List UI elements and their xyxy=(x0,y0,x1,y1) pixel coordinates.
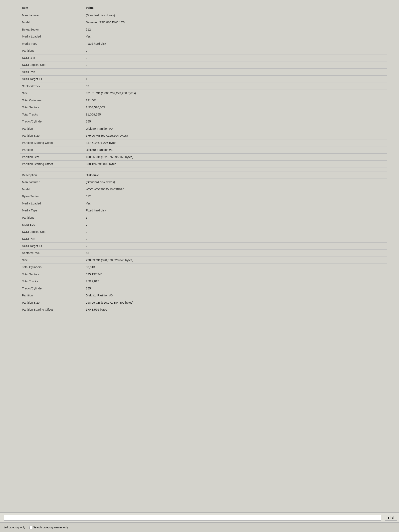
col1-header: Item xyxy=(20,4,84,12)
item-label: Model xyxy=(20,186,84,193)
item-label: Total Tracks xyxy=(20,111,84,118)
table-row: Partitions 2 xyxy=(20,47,387,54)
table-row: SCSI Bus 0 xyxy=(20,221,387,228)
bottom-bar: Find xyxy=(0,513,399,522)
item-value: (Standard disk drives) xyxy=(84,179,387,186)
item-value: 63 xyxy=(84,82,387,90)
table-row: SCSI Port 0 xyxy=(20,68,387,76)
item-value: 0 xyxy=(84,54,387,61)
table-row: SCSI Port 0 xyxy=(20,235,387,243)
item-label: Model xyxy=(20,19,84,26)
item-label: Media Type xyxy=(20,207,84,214)
item-value: 255 xyxy=(84,285,387,292)
item-value: 0 xyxy=(84,68,387,76)
table-row: Media Loaded Yes xyxy=(20,33,387,40)
table-row: Sectors/Track 63 xyxy=(20,250,387,257)
item-value: 38,913 xyxy=(84,264,387,271)
item-value: Fixed hard disk xyxy=(84,40,387,47)
item-value: Disk #0, Partition #1 xyxy=(84,146,387,154)
table-row: Manufacturer (Standard disk drives) xyxy=(20,12,387,19)
table-row: Manufacturer (Standard disk drives) xyxy=(20,179,387,186)
category-text: ted category only xyxy=(4,526,25,529)
item-value: 298.09 GB (320,071,884,800 bytes) xyxy=(84,299,387,306)
item-value: 2 xyxy=(84,47,387,54)
item-value: 931.51 GB (1,000,202,273,280 bytes) xyxy=(84,90,387,97)
item-label: SCSI Logical Unit xyxy=(20,61,84,69)
item-label: Sectors/Track xyxy=(20,82,84,90)
table-row: Partition Disk #0, Partition #0 xyxy=(20,125,387,132)
item-label: Total Cylinders xyxy=(20,97,84,104)
table-row: Size 931.51 GB (1,000,202,273,280 bytes) xyxy=(20,90,387,97)
item-label: SCSI Target ID xyxy=(20,76,84,83)
table-row: Total Sectors 1,953,520,065 xyxy=(20,104,387,111)
item-value: 2 xyxy=(84,242,387,250)
item-value: 512 xyxy=(84,26,387,33)
search-input[interactable] xyxy=(4,515,381,521)
table-row: Bytes/Sector 512 xyxy=(20,26,387,33)
item-label: Partition xyxy=(20,292,84,299)
table-row: Total Tracks 9,922,815 xyxy=(20,278,387,285)
item-value: Disk drive xyxy=(84,171,387,179)
item-value: 255 xyxy=(84,118,387,125)
item-label: Partition Starting Offset xyxy=(20,306,84,313)
table-row: Partition Disk #0, Partition #1 xyxy=(20,146,387,154)
table-row: Partition Size 298.09 GB (320,071,884,80… xyxy=(20,299,387,306)
item-value: 63 xyxy=(84,250,387,257)
item-value: 9,922,815 xyxy=(84,278,387,285)
item-label: Bytes/Sector xyxy=(20,193,84,200)
item-label: Tracks/Cylinder xyxy=(20,285,84,292)
item-label: Partition xyxy=(20,146,84,154)
item-label: Manufacturer xyxy=(20,179,84,186)
footer-row: ted category only Search category names … xyxy=(0,522,399,532)
table-row: Partition Size 150.95 GB (162,076,295,16… xyxy=(20,153,387,161)
item-value: 121,601 xyxy=(84,97,387,104)
item-label: Partition Starting Offset xyxy=(20,161,84,168)
table-row: Sectors/Track 63 xyxy=(20,82,387,90)
item-value: 0 xyxy=(84,235,387,243)
item-label: Partition xyxy=(20,125,84,132)
item-label: Media Type xyxy=(20,40,84,47)
table-row: Description Disk drive xyxy=(20,171,387,179)
table-row: Partitions 1 xyxy=(20,214,387,221)
item-value: WDC WD3200AVJS-63B6A0 xyxy=(84,186,387,193)
item-label: Total Cylinders xyxy=(20,264,84,271)
table-row: Partition Starting Offset 837,519,671,29… xyxy=(20,139,387,146)
col2-header: Value xyxy=(84,4,387,12)
table-row: SCSI Logical Unit 0 xyxy=(20,61,387,69)
item-value: 1,953,520,065 xyxy=(84,104,387,111)
search-field-container xyxy=(4,515,381,521)
spacer xyxy=(20,168,387,171)
item-value: 579.00 MB (607,125,504 bytes) xyxy=(84,132,387,139)
table-row: Partition Starting Offset 1,048,576 byte… xyxy=(20,306,387,313)
item-value: Fixed hard disk xyxy=(84,207,387,214)
item-label: Partitions xyxy=(20,214,84,221)
item-value: Disk #0, Partition #0 xyxy=(84,125,387,132)
find-button[interactable]: Find xyxy=(385,515,397,521)
item-label: Media Loaded xyxy=(20,33,84,40)
table-row: Model Samsung SSD 860 EVO 1TB xyxy=(20,19,387,26)
item-value: 1,048,576 bytes xyxy=(84,306,387,313)
item-label: Media Loaded xyxy=(20,200,84,207)
item-label: Partition Size xyxy=(20,132,84,139)
table-row: Media Type Fixed hard disk xyxy=(20,40,387,47)
item-label: SCSI Port xyxy=(20,68,84,76)
item-label: Total Sectors xyxy=(20,271,84,278)
item-value: 1 xyxy=(84,76,387,83)
item-label: Tracks/Cylinder xyxy=(20,118,84,125)
item-label: Partition Size xyxy=(20,299,84,306)
search-names-checkbox[interactable] xyxy=(29,526,32,529)
item-value: 31,008,255 xyxy=(84,111,387,118)
table-row: Tracks/Cylinder 255 xyxy=(20,118,387,125)
table-row: SCSI Target ID 1 xyxy=(20,76,387,83)
item-value: 837,519,671,296 bytes xyxy=(84,139,387,146)
search-names-label[interactable]: Search category names only xyxy=(29,526,69,529)
item-value: 0 xyxy=(84,228,387,235)
item-value: 0 xyxy=(84,61,387,69)
table-header: Item Value xyxy=(20,4,387,12)
table-row: Tracks/Cylinder 255 xyxy=(20,285,387,292)
table-row: Media Loaded Yes xyxy=(20,200,387,207)
item-label: SCSI Logical Unit xyxy=(20,228,84,235)
item-label: SCSI Port xyxy=(20,235,84,243)
item-label: SCSI Target ID xyxy=(20,242,84,250)
table-row: Partition Size 579.00 MB (607,125,504 by… xyxy=(20,132,387,139)
